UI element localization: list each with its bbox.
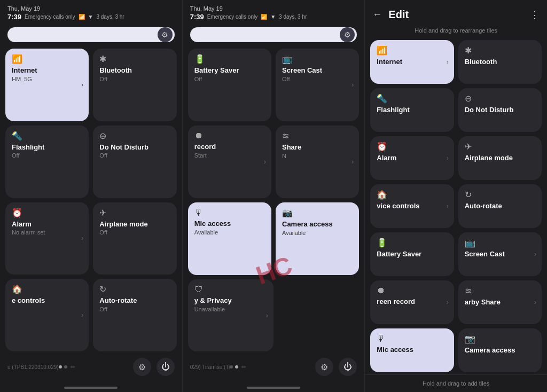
wifi-icon-1: ▼ [88,14,93,20]
autorotate-tile-icon-1: ↻ [99,284,170,294]
edit-title-nearby: arby Share [465,298,535,306]
tile-dnd-1[interactable]: ⊖ Do Not Disturb Off [93,126,176,198]
tile-mic-2[interactable]: 🎙 Mic access Available [188,202,271,275]
edit-icon-screencast: 📺 [465,238,535,248]
alarm-tile-icon-1: ⏰ [12,208,82,218]
edit-tile-controls[interactable]: 🏠 vice controls › [370,184,454,228]
bottom-icons-2: ⚙ ⏻ [315,358,357,376]
edit-tile-record[interactable]: ⏺ reen record › [370,280,454,324]
dot-2 [64,365,67,369]
edit-title-screencast: Screen Cast [465,250,535,258]
tile-bluetooth-1[interactable]: ✱ Bluetooth Off [93,49,176,121]
dot-2a [230,365,233,369]
tile-privacy-sub-2: Unavailable [194,306,267,312]
tile-share-2[interactable]: ≋ Share N › [276,126,359,198]
footer-text-1: u (TPB1.220310.029) [7,364,59,370]
edit-icon-mic: 🎙 [377,334,447,343]
tile-controls-1[interactable]: 🏠 e controls › [5,279,89,351]
camera-tile-icon-2: 📷 [282,208,353,218]
tile-privacy-2[interactable]: 🛡 y & Privacy Unavailable › [188,279,274,351]
more-button[interactable]: ⋮ [530,9,540,21]
power-button-1[interactable]: ⏻ [157,358,175,376]
tile-bluetooth-title-1: Bluetooth [99,66,170,75]
edit-title-airplane: Airplane mode [465,154,535,162]
edit-title-flashlight: Flashlight [377,106,447,114]
power-button-2[interactable]: ⏻ [339,358,357,376]
edit-tile-dnd[interactable]: ⊖ Do Not Disturb [458,88,542,132]
signal-icon-1: 📶 [79,14,85,20]
tile-record-sub-2: Start [194,152,265,159]
edit-icon-dnd: ⊖ [465,93,535,104]
tile-privacy-title-2: y & Privacy [194,296,267,305]
dnd-tile-icon-1: ⊖ [99,131,170,141]
brightness-icon-2[interactable]: ⚙ [340,27,355,42]
edit-icon-nearby: ≋ [465,286,535,296]
edit-title-battery-saver: Battery Saver [377,250,447,258]
edit-panel: ← Edit ⋮ Hold and drag to rearrange tile… [365,0,547,392]
edit-tile-battery-saver[interactable]: 🔋 Battery Saver [370,232,454,276]
time-2: 7:39 [190,13,204,21]
tile-alarm-1[interactable]: ⏰ Alarm No alarm set › [5,202,89,275]
edit-icon-1[interactable]: ✏ [71,364,75,371]
edit-title-autorotate: Auto-rotate [465,202,535,210]
edit-tile-internet[interactable]: 📶 Internet › [370,40,454,84]
edit-tile-nearby[interactable]: ≋ arby Share › [458,280,542,324]
tile-screencast-2[interactable]: 📺 Screen Cast Off › [276,49,359,121]
bottom-bar-1: u (TPB1.220310.029) ✏ ⚙ ⏻ [0,354,182,383]
brightness-icon-1[interactable]: ⚙ [158,27,173,42]
edit-icon-alarm: ⏰ [377,142,447,152]
edit-chevron-controls: › [447,202,449,210]
date-1: Thu, May 19 [7,5,175,12]
brightness-bar-1[interactable]: ⚙ [7,27,175,42]
chevron-screencast-2: › [351,81,354,89]
edit-tile-flashlight[interactable]: 🔦 Flashlight [370,88,454,132]
tile-share-title-2: Share [282,143,353,152]
edit-icon-2[interactable]: ✏ [241,364,246,371]
tile-screencast-title-2: Screen Cast [282,66,353,75]
date-2: Thu, May 19 [190,5,357,12]
tile-dnd-sub-1: Off [99,152,170,159]
edit-title-internet: Internet [377,58,447,66]
back-button[interactable]: ← [372,9,382,20]
edit-chevron-nearby: › [534,299,536,306]
tile-camera-title-2: Camera access [282,220,353,229]
edit-tile-mic[interactable]: 🎙 Mic access [370,328,454,372]
edit-chevron-screencast: › [534,250,536,258]
tile-camera-2[interactable]: 📷 Camera access Available [276,202,359,275]
edit-header: ← Edit ⋮ [365,0,547,25]
edit-icon-record: ⏺ [377,286,447,295]
panel-quick-settings-2: Thu, May 19 7:39 Emergency calls only 📶 … [183,0,365,392]
tile-airplane-1[interactable]: ✈ Airplane mode Off [93,202,176,275]
tiles-grid-2: 🔋 Battery Saver Off 📺 Screen Cast Off › … [183,46,365,354]
tile-flashlight-1[interactable]: 🔦 Flashlight Off [5,126,89,198]
edit-chevron-record: › [447,299,449,306]
tile-alarm-title-1: Alarm [12,220,82,229]
settings-button-2[interactable]: ⚙ [315,358,333,376]
edit-tile-bluetooth[interactable]: ✱ Bluetooth [458,40,542,84]
tile-internet-1[interactable]: 📶 Internet HM_5G › [5,49,89,121]
page-dots-2 [230,365,238,369]
tile-autorotate-1[interactable]: ↻ Auto-rotate Off [93,279,176,351]
tile-battery-saver-2[interactable]: 🔋 Battery Saver Off [188,49,271,121]
chevron-record-2: › [264,158,266,166]
brightness-bar-2[interactable]: ⚙ [190,27,357,42]
edit-icon-internet: 📶 [377,45,447,56]
flashlight-tile-icon-1: 🔦 [12,131,82,141]
tile-dnd-title-1: Do Not Disturb [99,143,170,152]
brightness-row-2[interactable]: ⚙ [183,23,365,46]
edit-icon-airplane: ✈ [465,142,535,152]
edit-tile-screencast[interactable]: 📺 Screen Cast › [458,232,542,276]
privacy-tile-icon-2: 🛡 [194,285,267,294]
tile-record-2[interactable]: ⏺ record Start › [188,126,271,198]
brightness-row-1[interactable]: ⚙ [0,23,182,46]
edit-icon-flashlight: 🔦 [377,93,447,104]
edit-tile-airplane[interactable]: ✈ Airplane mode [458,136,542,180]
edit-tile-camera[interactable]: 📷 Camera access [458,328,542,372]
edit-tile-alarm[interactable]: ⏰ Alarm › [370,136,454,180]
dot-2b [235,365,238,369]
wifi-tile-icon-1: 📶 [12,54,82,64]
settings-button-1[interactable]: ⚙ [133,358,151,376]
edit-tile-autorotate[interactable]: ↻ Auto-rotate [458,184,542,228]
time-1: 7:39 [7,13,21,21]
edit-chevron-internet: › [447,58,449,66]
